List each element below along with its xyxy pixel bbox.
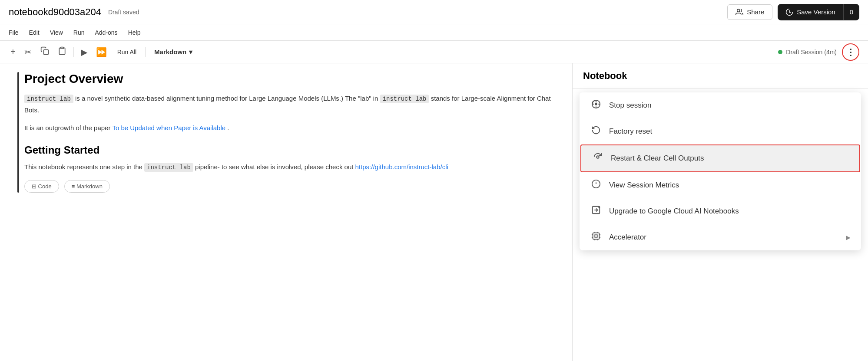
menu-help[interactable]: Help [128, 29, 141, 36]
cell-type-selector[interactable]: Markdown ▾ [151, 46, 196, 58]
cut-icon[interactable]: ✂ [23, 45, 33, 59]
share-label: Share [747, 8, 764, 16]
svg-point-6 [595, 103, 597, 105]
code-instruct-lab-2: instruct lab [380, 95, 429, 103]
session-indicator: Draft Session (4m) [778, 49, 837, 56]
menu-item-upgrade-cloud[interactable]: Upgrade to Google Cloud AI Notebooks [580, 198, 861, 224]
share-button[interactable]: Share [727, 4, 772, 20]
svg-rect-12 [593, 233, 600, 240]
toolbar-divider-1 [73, 47, 74, 57]
toolbar-divider-2 [145, 47, 146, 57]
svg-point-7 [596, 156, 599, 158]
para2-after: . [227, 124, 229, 131]
paragraph-3: This notebook represents one step in the… [24, 161, 555, 173]
run-all-label: Run All [117, 49, 136, 56]
paste-icon[interactable] [56, 45, 68, 59]
code-instruct-lab-1: instruct lab [24, 95, 73, 103]
paragraph-2: It is an outgrowth of the paper To be Up… [24, 122, 555, 134]
run-cell-icon[interactable]: ▶ [79, 45, 89, 59]
restart-clear-icon [592, 152, 604, 164]
right-panel-header: Notebook [573, 63, 868, 89]
para2-before: It is an outgrowth of the paper [24, 124, 110, 131]
menu-addons[interactable]: Add-ons [95, 29, 117, 36]
save-version-label: Save Version [797, 8, 835, 16]
stop-session-label: Stop session [609, 101, 851, 110]
draft-saved-status: Draft saved [108, 9, 139, 16]
menubar: File Edit View Run Add-ons Help [0, 24, 868, 41]
toolbar: + ✂ ▶ ⏩ Run All Markdown ▾ Draft Session… [0, 41, 868, 63]
menu-item-factory-reset[interactable]: Factory reset [580, 118, 861, 144]
cell-type-label: Markdown [154, 48, 186, 56]
main-layout: Project Overview instruct lab is a novel… [0, 63, 868, 361]
menu-view[interactable]: View [50, 29, 63, 36]
svg-rect-13 [595, 235, 597, 237]
menu-run[interactable]: Run [73, 29, 85, 36]
save-version-button[interactable]: Save Version 0 [778, 4, 859, 20]
cell-bar [17, 72, 19, 193]
svg-rect-1 [43, 50, 48, 55]
save-version-main: Save Version [778, 4, 843, 20]
section-title-getting-started: Getting Started [24, 144, 555, 156]
paragraph-1: instruct lab is a novel synthetic data-b… [24, 93, 555, 115]
menu-item-restart-clear[interactable]: Restart & Clear Cell Outputs [580, 144, 860, 172]
header-right: Share Save Version 0 [727, 4, 859, 20]
menu-item-view-session-metrics[interactable]: View Session Metrics [580, 172, 861, 198]
factory-reset-label: Factory reset [609, 127, 851, 136]
para3-middle: pipeline- to see what else is involved, … [195, 163, 353, 171]
cell-content: Project Overview instruct lab is a novel… [24, 72, 555, 193]
view-session-metrics-label: View Session Metrics [609, 181, 851, 190]
menu-item-accelerator[interactable]: Accelerator ▶ [580, 224, 861, 250]
run-all-icon[interactable]: ⏩ [94, 45, 109, 59]
github-link[interactable]: https://github.com/instruct-lab/cli [355, 163, 448, 171]
notebook-area: Project Overview instruct lab is a novel… [0, 63, 573, 361]
add-cell-icon[interactable]: + [9, 45, 17, 59]
restart-clear-label: Restart & Clear Cell Outputs [611, 154, 849, 163]
share-icon [735, 8, 743, 16]
more-options-button[interactable]: ⋮ [842, 43, 859, 61]
section-title-project-overview: Project Overview [24, 72, 555, 86]
view-session-metrics-icon [590, 179, 602, 191]
header-left: notebookd90d03a204 Draft saved [9, 7, 139, 18]
right-panel-title: Notebook [583, 70, 627, 81]
session-dot [778, 50, 782, 54]
menu-edit[interactable]: Edit [29, 29, 40, 36]
chip-code[interactable]: ⊞ Code [24, 180, 59, 193]
factory-reset-icon [590, 125, 602, 138]
para3-before: This notebook represents one step in the [24, 163, 142, 171]
upgrade-cloud-icon [590, 205, 602, 217]
right-panel: Notebook Stop session [573, 63, 868, 361]
accelerator-label: Accelerator [609, 233, 839, 242]
paper-link[interactable]: To be Updated when Paper is Available [112, 124, 225, 131]
accelerator-arrow-icon: ▶ [846, 234, 851, 241]
menu-item-stop-session[interactable]: Stop session [580, 92, 861, 118]
svg-point-0 [737, 9, 740, 12]
para1-text: is a novel synthetic data-based alignmen… [75, 95, 378, 102]
session-label: Draft Session (4m) [786, 49, 837, 56]
stop-session-icon [590, 99, 602, 112]
run-all-button[interactable]: Run All [114, 47, 140, 57]
menu-file[interactable]: File [9, 29, 19, 36]
more-options-icon: ⋮ [846, 47, 855, 57]
upgrade-cloud-label: Upgrade to Google Cloud AI Notebooks [609, 207, 851, 216]
svg-rect-2 [60, 47, 63, 49]
cell-type-chevron-icon: ▾ [189, 48, 192, 56]
code-instruct-lab-3: instruct lab [144, 163, 193, 172]
chip-markdown[interactable]: ≡ Markdown [64, 180, 110, 193]
header: notebookd90d03a204 Draft saved Share Sav… [0, 0, 868, 24]
chip-row: ⊞ Code ≡ Markdown [24, 180, 555, 193]
dropdown-menu: Stop session Factory reset [580, 92, 861, 250]
copy-icon[interactable] [39, 45, 51, 59]
notebook-title: notebookd90d03a204 [9, 7, 101, 18]
save-version-icon [785, 8, 793, 16]
save-version-count: 0 [843, 4, 859, 20]
accelerator-icon [590, 231, 602, 243]
cell-wrapper: Project Overview instruct lab is a novel… [17, 72, 555, 193]
